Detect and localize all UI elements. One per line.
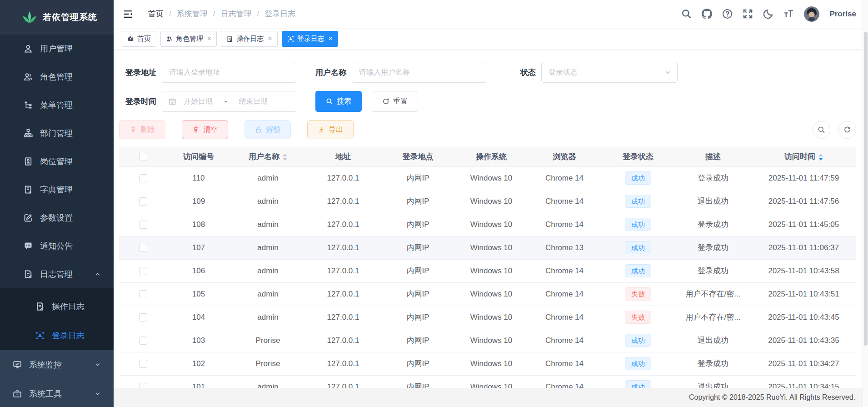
cell-address: 127.0.0.1 <box>305 306 381 329</box>
cell-os: Windows 10 <box>455 282 528 306</box>
row-checkbox[interactable] <box>139 337 147 345</box>
cell-os: Windows 10 <box>455 306 528 329</box>
cell-os: Windows 10 <box>455 190 528 213</box>
close-icon[interactable]: × <box>207 35 211 42</box>
sidebar-item-role[interactable]: 角色管理 <box>0 63 114 91</box>
main-panel: 首页 / 系统管理 / 日志管理 / 登录日志 Prorise <box>114 0 868 407</box>
tab-role[interactable]: 角色管理 × <box>160 31 217 47</box>
row-checkbox[interactable] <box>139 244 147 252</box>
breadcrumb-home[interactable]: 首页 <box>148 9 164 19</box>
row-checkbox[interactable] <box>139 174 147 182</box>
breadcrumb-separator: / <box>169 10 171 19</box>
status-select[interactable] <box>541 62 678 83</box>
column-header: 登录状态 <box>601 147 675 166</box>
username-input[interactable] <box>352 62 486 83</box>
sidebar-item-tool[interactable]: 系统工具 <box>0 379 114 407</box>
row-checkbox[interactable] <box>139 313 147 322</box>
row-checkbox[interactable] <box>139 267 147 275</box>
cell-desc: 退出成功 <box>675 190 751 213</box>
row-checkbox[interactable] <box>139 290 147 298</box>
cell-address: 127.0.0.1 <box>305 236 381 259</box>
status-select-input[interactable] <box>541 62 678 83</box>
sidebar-item-log[interactable]: 日志管理 <box>0 260 114 288</box>
cell-os: Windows 10 <box>455 166 528 190</box>
tab-operlog[interactable]: 操作日志 × <box>221 31 277 47</box>
cell-status: 失败 <box>601 306 675 329</box>
avatar[interactable] <box>804 6 819 22</box>
export-button[interactable]: 导出 <box>307 120 354 139</box>
cell-address: 127.0.0.1 <box>305 282 381 306</box>
column-header: 登录地点 <box>381 147 455 166</box>
github-icon[interactable] <box>702 9 712 19</box>
font-size-icon[interactable] <box>783 9 794 19</box>
sidebar-toggle-icon[interactable] <box>123 9 134 19</box>
chevron-up-icon <box>95 271 101 277</box>
address-input[interactable] <box>162 62 296 83</box>
scrollbar-thumb[interactable] <box>864 32 868 346</box>
sort-caret-icon <box>283 154 287 161</box>
show-search-button[interactable] <box>813 121 830 139</box>
delete-button[interactable]: 删除 <box>119 120 165 139</box>
cell-address: 127.0.0.1 <box>305 166 381 190</box>
sidebar-item-dept[interactable]: 部门管理 <box>0 119 114 147</box>
breadcrumb: 首页 / 系统管理 / 日志管理 / 登录日志 <box>148 9 295 19</box>
cell-address: 127.0.0.1 <box>305 352 381 375</box>
table-row: 107admin127.0.0.1内网IPWindows 10Chrome 13… <box>119 236 856 259</box>
table-tools <box>813 121 856 139</box>
reset-button[interactable]: 重置 <box>372 91 418 112</box>
cell-location: 内网IP <box>381 306 455 329</box>
tab-loginlog[interactable]: 登录日志 × <box>282 31 338 47</box>
column-header[interactable]: 用户名称 <box>230 147 305 166</box>
sidebar-item-post[interactable]: 岗位管理 <box>0 147 114 176</box>
search-icon[interactable] <box>681 9 692 19</box>
unlock-button[interactable]: 解锁 <box>244 120 291 139</box>
chevron-down-icon <box>95 362 101 368</box>
breadcrumb-system[interactable]: 系统管理 <box>177 9 208 19</box>
sidebar-item-menu[interactable]: 菜单管理 <box>0 91 114 119</box>
cell-browser: Chrome 14 <box>528 259 601 282</box>
page-scrollbar[interactable] <box>863 0 868 407</box>
sidebar-item-loginlog[interactable]: 登录日志 <box>0 321 114 350</box>
sidebar-item-operlog[interactable]: 操作日志 <box>0 292 114 321</box>
status-badge: 成功 <box>625 195 651 208</box>
sidebar-item-notice[interactable]: 通知公告 <box>0 232 114 260</box>
monitor-icon <box>13 360 22 369</box>
cell-user: Prorise <box>230 329 305 352</box>
close-icon[interactable]: × <box>329 35 333 42</box>
cell-status: 成功 <box>601 329 675 352</box>
username[interactable]: Prorise <box>829 10 856 19</box>
help-icon[interactable] <box>722 9 733 19</box>
table-header-row: 访问编号用户名称地址登录地点操作系统浏览器登录状态描述访问时间 <box>119 147 856 166</box>
sidebar-item-monitor[interactable]: 系统监控 <box>0 350 114 379</box>
breadcrumb-log[interactable]: 日志管理 <box>220 9 251 19</box>
row-checkbox[interactable] <box>139 221 147 229</box>
cell-os: Windows 10 <box>455 213 528 236</box>
page-footer: Copyright © 2018-2025 RuoYi. All Rights … <box>114 388 868 407</box>
search-icon <box>326 98 333 105</box>
search-button[interactable]: 搜索 <box>315 91 362 112</box>
refresh-table-button[interactable] <box>838 121 856 139</box>
cell-browser: Chrome 14 <box>528 352 601 375</box>
sidebar-item-user[interactable]: 用户管理 <box>0 35 114 63</box>
dark-mode-moon-icon[interactable] <box>763 9 773 19</box>
table-row: 110admin127.0.0.1内网IPWindows 10Chrome 14… <box>119 166 856 190</box>
sidebar-item-config[interactable]: 参数设置 <box>0 204 114 232</box>
row-checkbox[interactable] <box>139 360 147 368</box>
sidebar-item-dict[interactable]: 字典管理 <box>0 176 114 204</box>
select-all-checkbox[interactable] <box>139 153 147 161</box>
cell-id: 104 <box>167 306 230 329</box>
close-icon[interactable]: × <box>268 35 272 42</box>
cell-user: Prorise <box>230 352 305 375</box>
row-checkbox[interactable] <box>139 197 147 206</box>
column-header: 操作系统 <box>455 147 528 166</box>
date-range-picker[interactable]: 开始日期 - 结束日期 <box>162 91 296 112</box>
tab-home[interactable]: 首页 <box>122 31 156 47</box>
column-header[interactable]: 访问时间 <box>751 147 856 166</box>
fullscreen-icon[interactable] <box>743 9 753 19</box>
clear-button[interactable]: 清空 <box>182 120 228 139</box>
users-icon <box>24 72 33 81</box>
cell-time: 2025-11-01 11:47:56 <box>751 190 856 213</box>
app-logo[interactable]: 若依管理系统 <box>0 0 114 35</box>
cell-browser: Chrome 14 <box>528 166 601 190</box>
cell-address: 127.0.0.1 <box>305 190 381 213</box>
